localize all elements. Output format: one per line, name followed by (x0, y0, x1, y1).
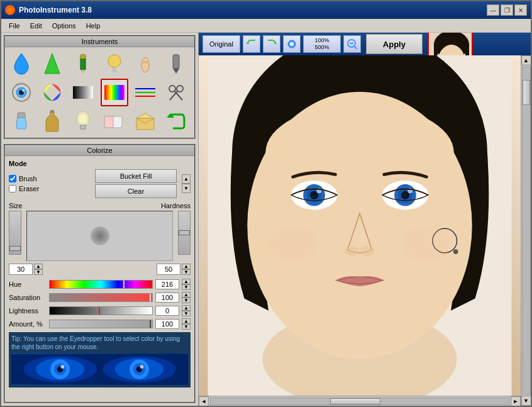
zoom-in-button[interactable] (283, 35, 301, 53)
tool-eye[interactable] (8, 79, 35, 106)
close-button[interactable]: ✕ (514, 4, 527, 16)
lightness-value[interactable] (155, 306, 179, 316)
tool-pen[interactable] (162, 50, 190, 77)
amount-value[interactable] (155, 319, 179, 329)
titlebar-left: PhotoInstrument 3.8 (5, 5, 92, 15)
tool-pencil[interactable] (69, 50, 97, 77)
saturation-slider[interactable] (49, 293, 153, 302)
tool-eraser[interactable] (101, 108, 128, 135)
size-slider[interactable] (9, 211, 21, 255)
menu-help[interactable]: Help (81, 21, 106, 31)
brush-checkbox[interactable] (9, 175, 16, 182)
tool-cone[interactable] (38, 50, 66, 77)
blur-circle (91, 226, 109, 245)
mode-row: Brush Eraser Bucket Fill Clear (9, 169, 191, 198)
bucket-fill-button[interactable]: Bucket Fill (95, 169, 177, 183)
size-up[interactable]: ▲ (34, 264, 43, 269)
hue-label: Hue (9, 281, 47, 288)
eraser-checkbox[interactable] (9, 185, 16, 192)
value-row: 30 ▲ ▼ ▲ ▼ (9, 264, 191, 275)
hardness-input[interactable] (157, 264, 180, 275)
canvas-wrapper: ◄ ► ▲ ▼ (199, 55, 531, 406)
amount-label: Amount, % (9, 320, 47, 328)
restore-button[interactable]: ❐ (501, 4, 513, 16)
zoom-level[interactable]: 100% 500% (303, 35, 341, 53)
amount-down[interactable]: ▼ (182, 324, 191, 330)
svg-marker-0 (45, 53, 60, 74)
tool-tube[interactable] (8, 108, 35, 135)
window-title: PhotoInstrument 3.8 (19, 6, 92, 14)
hue-down[interactable]: ▼ (182, 284, 191, 290)
undo-button[interactable] (243, 35, 260, 53)
tool-gradient[interactable] (69, 79, 97, 106)
hardness-down[interactable]: ▼ (182, 269, 191, 275)
tool-scissors[interactable] (162, 79, 190, 106)
vertical-scroll-track (522, 67, 531, 394)
hardness-slider[interactable] (178, 211, 191, 255)
eraser-row: Eraser (9, 185, 39, 192)
lightness-down[interactable]: ▼ (182, 311, 191, 316)
size-down[interactable]: ▼ (34, 269, 43, 275)
hardness-up[interactable]: ▲ (182, 264, 191, 269)
tool-water-drop[interactable] (8, 50, 35, 77)
face-canvas[interactable] (199, 55, 521, 396)
blur-preview (26, 211, 173, 261)
svg-point-49 (140, 365, 143, 369)
svg-rect-28 (80, 125, 86, 129)
original-button[interactable]: Original (202, 35, 240, 53)
tip-image (11, 354, 188, 385)
canvas-scroll[interactable] (199, 55, 521, 396)
saturation-down[interactable]: ▼ (182, 298, 191, 303)
tool-lines[interactable] (131, 79, 159, 106)
lightness-slider[interactable] (49, 306, 153, 315)
scroll-left-button[interactable]: ◄ (199, 396, 209, 406)
svg-point-82 (360, 246, 375, 255)
hue-slider[interactable] (49, 280, 153, 289)
apply-button[interactable]: Apply (366, 34, 423, 54)
app-window: PhotoInstrument 3.8 — ❐ ✕ File Edit Opti… (0, 0, 532, 407)
amount-up[interactable]: ▲ (182, 318, 191, 324)
menubar: File Edit Options Help (1, 19, 531, 33)
tool-rainbow[interactable] (101, 79, 128, 106)
svg-point-6 (141, 57, 149, 72)
titlebar-buttons: — ❐ ✕ (487, 4, 527, 16)
redo-button[interactable] (263, 35, 280, 53)
zoom-out-button[interactable] (343, 35, 361, 53)
amount-slider[interactable] (49, 320, 153, 328)
eraser-label: Eraser (19, 185, 39, 192)
tool-undo[interactable] (162, 108, 190, 135)
hue-up[interactable]: ▲ (182, 279, 191, 284)
menu-options[interactable]: Options (47, 21, 81, 31)
tool-box[interactable] (131, 108, 159, 135)
menu-edit[interactable]: Edit (25, 21, 47, 31)
vertical-scroll-thumb[interactable] (523, 80, 530, 105)
size-input[interactable]: 30 (9, 264, 33, 275)
right-scrollbar: ▲ ▼ (521, 55, 531, 406)
mode-scroll-up[interactable]: ▲ (182, 175, 190, 184)
face-svg (199, 55, 521, 396)
clear-button[interactable]: Clear (95, 184, 177, 198)
tool-color-wheel[interactable] (38, 79, 66, 106)
hue-value[interactable] (155, 279, 179, 289)
mode-scroll-down[interactable]: ▼ (182, 184, 190, 192)
brush-row: Brush (9, 175, 39, 182)
saturation-value[interactable] (155, 293, 179, 303)
scroll-right-button[interactable]: ► (511, 396, 521, 406)
tool-lamp[interactable] (69, 108, 97, 135)
horizontal-scroll-thumb[interactable] (330, 398, 380, 404)
hardness-slider-container (178, 211, 191, 261)
saturation-up[interactable]: ▲ (182, 292, 191, 298)
tool-bottle[interactable] (38, 108, 66, 135)
colorize-header: Colorize (5, 145, 194, 156)
minimize-button[interactable]: — (487, 4, 499, 16)
scroll-down-button[interactable]: ▼ (521, 396, 531, 406)
slider-area (9, 211, 191, 261)
mode-buttons: Bucket Fill Clear (95, 169, 177, 198)
tool-finger[interactable] (131, 50, 159, 77)
instruments-grid (5, 47, 194, 138)
colorize-content: Mode Brush Eraser (5, 156, 194, 391)
tool-lightbulb[interactable] (101, 50, 128, 77)
scroll-up-button[interactable]: ▲ (521, 55, 531, 65)
menu-file[interactable]: File (4, 21, 25, 31)
lightness-up[interactable]: ▲ (182, 305, 191, 311)
